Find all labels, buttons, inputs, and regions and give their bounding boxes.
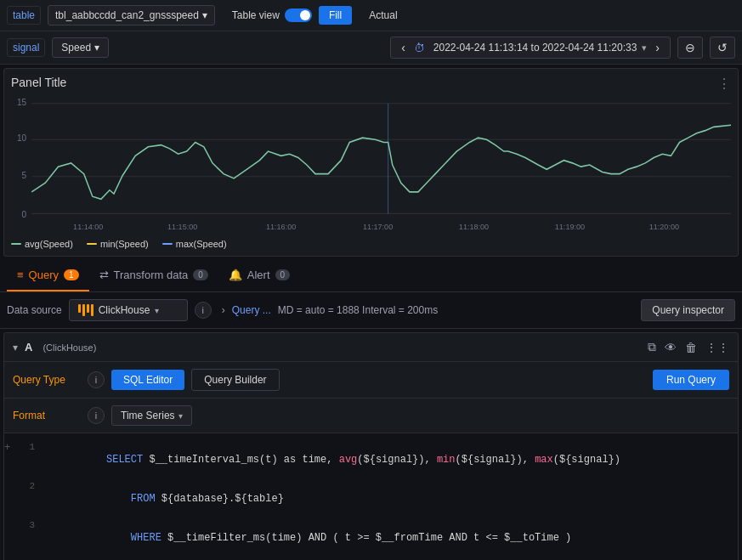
visibility-icon[interactable]: 👁 [665, 341, 677, 354]
datasource-dropdown-arrow: ▾ [155, 306, 159, 315]
datasource-name: ClickHouse [99, 304, 150, 316]
svg-text:11:16:00: 11:16:00 [266, 223, 296, 231]
table-view-toggle: Table view [232, 8, 312, 22]
sql-line-2: 2 FROM ${database}.${table} [4, 479, 738, 518]
query-editor: ▾ A (ClickHouse) ⧉ 👁 🗑 ⋮⋮ Query Type i S… [3, 332, 739, 560]
legend-max-dot [162, 243, 173, 245]
clickhouse-icon [78, 304, 93, 316]
query-name: A [25, 341, 32, 354]
query-datasource-tag: (ClickHouse) [42, 342, 96, 353]
svg-text:15: 15 [17, 98, 26, 107]
legend-min: min(Speed) [87, 239, 149, 249]
tab-alert-icon: 🔔 [229, 269, 242, 281]
table-dropdown-arrow: ▾ [202, 9, 207, 21]
query-meta-text: MD = auto = 1888 Interval = 200ms [278, 304, 438, 316]
tab-query-label: Query [29, 269, 59, 281]
table-select[interactable]: tbl_aabbccdd_can2_gnssspeed ▾ [48, 5, 215, 25]
svg-text:11:20:00: 11:20:00 [649, 223, 679, 231]
signal-select[interactable]: Speed ▾ [52, 37, 109, 58]
legend-max-label: max(Speed) [176, 239, 227, 249]
tab-query[interactable]: ≡ Query 1 [7, 260, 89, 291]
top-bar: table tbl_aabbccdd_can2_gnssspeed ▾ Tabl… [0, 0, 742, 31]
legend-min-label: min(Speed) [100, 239, 149, 249]
query-section: Data source ClickHouse ▾ i › Query ... M… [0, 292, 742, 560]
sql-gutter-3: 3 [18, 520, 45, 530]
fill-button[interactable]: Fill [319, 6, 352, 25]
sql-line-3: 3 WHERE $__timeFilter_ms(time) AND ( t >… [4, 518, 738, 557]
svg-text:11:18:00: 11:18:00 [459, 223, 489, 231]
legend-avg-label: avg(Speed) [25, 239, 73, 249]
tab-query-badge: 1 [64, 269, 79, 280]
copy-icon[interactable]: ⧉ [648, 340, 656, 354]
table-view-label: Table view [232, 9, 280, 21]
legend-max: max(Speed) [162, 239, 227, 249]
query-type-info-button[interactable]: i [88, 371, 105, 388]
format-info-button[interactable]: i [88, 407, 105, 424]
format-value: Time Series [121, 410, 175, 421]
query-type-label: Query Type [13, 374, 81, 386]
tabs-bar: ≡ Query 1 ⇄ Transform data 0 🔔 Alert 0 [0, 260, 742, 292]
query-meta: › Query ... MD = auto = 1888 Interval = … [222, 304, 438, 316]
tab-alert[interactable]: 🔔 Alert 0 [218, 260, 300, 291]
svg-text:11:17:00: 11:17:00 [363, 223, 393, 231]
table-label: table [7, 6, 41, 25]
zoom-button[interactable]: ⊖ [677, 37, 703, 59]
panel-title: Panel Title [11, 76, 731, 89]
query-editor-header: ▾ A (ClickHouse) ⧉ 👁 🗑 ⋮⋮ [4, 333, 738, 362]
time-dropdown-arrow[interactable]: ▾ [642, 42, 647, 54]
time-range-display: 2022-04-24 11:13:14 to 2022-04-24 11:20:… [433, 42, 637, 54]
tab-transform-icon: ⇄ [99, 269, 109, 281]
datasource-info-button[interactable]: i [195, 302, 212, 319]
legend-avg-dot [11, 243, 21, 245]
panel-menu-button[interactable]: ⋮ [717, 76, 731, 92]
time-prev-btn[interactable]: ‹ [398, 41, 409, 54]
run-query-button[interactable]: Run Query [653, 370, 729, 390]
sql-area[interactable]: + 1 SELECT $__timeInterval_ms(t) as time… [4, 433, 738, 560]
sql-code-1: SELECT $__timeInterval_ms(t) as time, av… [45, 442, 738, 478]
query-link[interactable]: Query ... [232, 304, 271, 316]
svg-text:11:19:00: 11:19:00 [555, 223, 585, 231]
refresh-button[interactable]: ↺ [710, 37, 735, 59]
query-type-row: Query Type i SQL Editor Query Builder Ru… [4, 362, 738, 399]
sql-code-2: FROM ${database}.${table} [45, 481, 738, 517]
tab-alert-badge: 0 [275, 269, 291, 280]
query-builder-button[interactable]: Query Builder [191, 369, 279, 391]
legend-min-dot [87, 243, 97, 245]
time-next-btn[interactable]: › [652, 41, 663, 54]
tab-alert-label: Alert [247, 269, 270, 281]
signal-value: Speed [61, 42, 91, 54]
delete-icon[interactable]: 🗑 [685, 341, 697, 354]
format-row: Format i Time Series ▾ [4, 399, 738, 433]
svg-text:11:14:00: 11:14:00 [73, 223, 103, 231]
svg-text:11:15:00: 11:15:00 [167, 223, 197, 231]
query-meta-arrow: › [222, 304, 225, 316]
svg-text:0: 0 [22, 209, 27, 218]
tab-query-icon: ≡ [17, 269, 24, 281]
chart-area: 15 10 5 0 11:14:00 11:15:00 11:16:00 11:… [11, 93, 731, 237]
signal-dropdown-arrow: ▾ [94, 42, 99, 54]
format-select[interactable]: Time Series ▾ [111, 405, 192, 426]
sql-editor-button[interactable]: SQL Editor [111, 370, 184, 390]
format-arrow: ▾ [178, 411, 183, 421]
datasource-row: Data source ClickHouse ▾ i › Query ... M… [0, 292, 742, 329]
tab-transform-label: Transform data [114, 269, 189, 281]
tab-transform-badge: 0 [193, 269, 208, 280]
sql-gutter-2: 2 [18, 481, 45, 491]
time-nav: ‹ ⏱ 2022-04-24 11:13:14 to 2022-04-24 11… [390, 37, 671, 59]
legend-avg: avg(Speed) [11, 239, 73, 249]
signal-bar: signal Speed ▾ ‹ ⏱ 2022-04-24 11:13:14 t… [0, 31, 742, 65]
sql-code-3: WHERE $__timeFilter_ms(time) AND ( t >= … [45, 520, 738, 556]
svg-text:5: 5 [22, 171, 27, 180]
query-inspector-button[interactable]: Query inspector [641, 299, 735, 321]
actual-button[interactable]: Actual [359, 6, 407, 25]
toggle-knob [300, 10, 310, 20]
signal-label: signal [7, 38, 45, 57]
sql-line-1: + 1 SELECT $__timeInterval_ms(t) as time… [4, 440, 738, 479]
datasource-label: Data source [7, 304, 62, 316]
table-view-switch[interactable] [285, 8, 312, 22]
tab-transform[interactable]: ⇄ Transform data 0 [89, 260, 218, 291]
more-icon[interactable]: ⋮⋮ [705, 341, 729, 354]
chart-panel: Panel Title ⋮ 15 10 5 0 11:14:00 11:15:0… [3, 68, 739, 257]
datasource-select[interactable]: ClickHouse ▾ [69, 299, 188, 321]
collapse-arrow[interactable]: ▾ [13, 342, 18, 354]
